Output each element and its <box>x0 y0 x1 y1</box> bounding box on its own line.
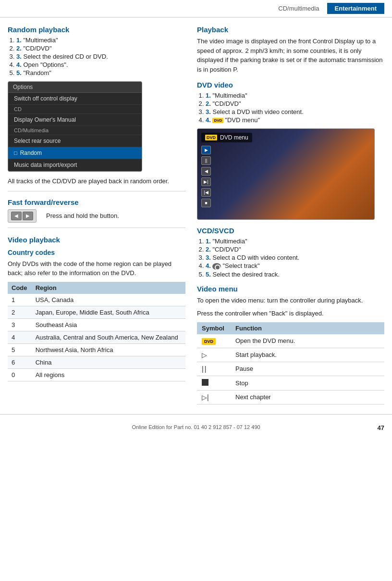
dvd-ctrl-prev: |◀ <box>201 188 211 197</box>
vcd-steps: 1. "Multimedia" 2. "CD/DVD" 3. Select a … <box>206 238 384 278</box>
fast-forward-title: Fast forward/reverse <box>8 198 185 206</box>
dvd-ctrl-play: ▶ <box>201 146 211 154</box>
footer-page: 47 <box>378 424 384 431</box>
video-playback-title: Video playback <box>8 236 185 244</box>
country-codes-body: Only DVDs with the code of the home regi… <box>8 259 185 278</box>
table-row: 5Northwest Asia, North Africa <box>8 343 185 356</box>
cell-code: 1 <box>8 294 32 306</box>
tab-cd[interactable]: CD/multimedia <box>270 3 327 14</box>
options-item-random: Random <box>8 147 142 159</box>
cell-code: 6 <box>8 356 32 368</box>
vcd-step-3: 3. Select a CD with video content. <box>206 254 384 261</box>
country-codes-table: Code Region 1USA, Canada2Japan, Europe, … <box>8 282 185 381</box>
ff-inline: ◀ ▶ Press and hold the button. <box>8 209 185 223</box>
divider-2 <box>8 227 185 228</box>
table-row: ||Pause <box>197 362 384 376</box>
cell-function: Stop <box>231 376 384 390</box>
left-column: Random playback 1. "Multimedia" 2. "CD/D… <box>8 25 185 404</box>
options-item-3: Display Owner's Manual <box>8 114 142 126</box>
dvd-step-4: 4. DVD"DVD menu" <box>206 116 384 124</box>
video-menu-title: Video menu <box>197 285 384 293</box>
footer: Online Edition for Part no. 01 40 2 912 … <box>0 414 392 435</box>
col-function: Function <box>231 322 384 334</box>
step-1: 1. "Multimedia" <box>16 37 185 44</box>
cell-code: 4 <box>8 331 32 343</box>
footer-text: Online Edition for Part no. 01 40 2 912 … <box>132 424 260 430</box>
playback-title: Playback <box>197 25 384 34</box>
cell-function: Start playback. <box>231 348 384 362</box>
stop-symbol <box>202 379 208 386</box>
cell-code: 2 <box>8 306 32 318</box>
cell-region: China <box>32 356 185 368</box>
table-row: 6China <box>8 356 185 368</box>
dvd-logo-icon: DVD <box>212 118 223 123</box>
dvd-video-steps: 1. "Multimedia" 2. "CD/DVD" 3. Select a … <box>206 92 384 124</box>
options-screenshot: Options Switch off control display CD Di… <box>8 81 142 172</box>
tab-entertainment[interactable]: Entertainment <box>327 3 384 14</box>
options-item-4: CD/Multimedia <box>8 126 142 135</box>
step-2: 2. "CD/DVD" <box>16 45 185 52</box>
right-column: Playback The video image is displayed on… <box>197 25 384 404</box>
divider-1 <box>8 191 185 191</box>
vcd-svcd-title: VCD/SVCD <box>197 227 384 235</box>
dvd-screenshot: DVD DVD menu ▶ || ◀ ▶| |◀ ■ <box>197 128 375 220</box>
country-codes-title: Country codes <box>8 249 185 256</box>
cell-code: 5 <box>8 343 32 356</box>
table-row: 1USA, Canada <box>8 294 185 306</box>
random-playback-title: Random playback <box>8 25 185 34</box>
forward-btn[interactable]: ▶ <box>23 212 33 220</box>
pause-symbol: || <box>202 365 207 373</box>
cell-function: Pause <box>231 362 384 376</box>
dvd-overlay: DVD DVD menu <box>201 133 252 142</box>
random-playback-steps: 1. "Multimedia" 2. "CD/DVD" 3. Select th… <box>16 37 185 76</box>
cell-symbol: || <box>197 362 231 376</box>
table-row: 2Japan, Europe, Middle East, South Afric… <box>8 306 185 318</box>
table-row: Stop <box>197 376 384 390</box>
vcd-step-4: 4. "Select track" <box>206 262 384 270</box>
select-track-icon <box>212 263 221 270</box>
options-item-1: Switch off control display <box>8 93 142 105</box>
table-row: 3Southeast Asia <box>8 318 185 331</box>
video-menu-body1: To open the video menu: turn the control… <box>197 296 384 305</box>
vcd-step-2: 2. "CD/DVD" <box>206 246 384 253</box>
vcd-step-1: 1. "Multimedia" <box>206 238 384 245</box>
cell-symbol: DVD <box>197 334 231 348</box>
cell-code: 3 <box>8 318 32 331</box>
cell-region: Japan, Europe, Middle East, South Africa <box>32 306 185 318</box>
ff-buttons: ◀ ▶ <box>8 209 37 223</box>
random-playback-body: All tracks of the CD/DVD are played back… <box>8 177 185 186</box>
col-code: Code <box>8 282 32 294</box>
play-symbol: ▷ <box>202 351 207 359</box>
options-item-5: Select rear source <box>8 135 142 147</box>
cell-symbol: ▷| <box>197 390 231 404</box>
ff-body: Press and hold the button. <box>46 211 119 221</box>
next-symbol: ▷| <box>202 393 209 401</box>
options-item-2: CD <box>8 105 142 114</box>
dvd-controls: ▶ || ◀ ▶| |◀ ■ <box>201 146 211 207</box>
dvd-menu-label: DVD menu <box>220 134 248 141</box>
symbol-header-row: Symbol Function <box>197 322 384 334</box>
dvd-step-1: 1. "Multimedia" <box>206 92 384 99</box>
options-title: Options <box>8 82 142 93</box>
table-row: 0All regions <box>8 368 185 381</box>
symbol-table: Symbol Function DVDOpen the DVD menu.▷St… <box>197 322 384 404</box>
options-item-7: Music data import/export <box>8 159 142 171</box>
step-4: 4. Open "Options". <box>16 61 185 68</box>
cell-code: 0 <box>8 368 32 381</box>
cell-function: Open the DVD menu. <box>231 334 384 348</box>
dvd-ctrl-rew: ◀ <box>201 167 211 176</box>
header: CD/multimedia Entertainment <box>0 0 392 18</box>
table-row: ▷|Next chapter <box>197 390 384 404</box>
cell-region: All regions <box>32 368 185 381</box>
dvd-step-3: 3. Select a DVD with video content. <box>206 108 384 115</box>
cell-region: Australia, Central and South America, Ne… <box>32 331 185 343</box>
cell-function: Next chapter <box>231 390 384 404</box>
main-content: Random playback 1. "Multimedia" 2. "CD/D… <box>0 18 392 404</box>
dvd-logo: DVD <box>205 135 217 140</box>
dvd-step-2: 2. "CD/DVD" <box>206 100 384 107</box>
dvd-ctrl-pause: || <box>201 156 211 165</box>
header-tabs: CD/multimedia Entertainment <box>270 3 384 14</box>
dvd-ctrl-stop: ■ <box>201 199 211 207</box>
rewind-btn[interactable]: ◀ <box>11 212 22 220</box>
table-row: DVDOpen the DVD menu. <box>197 334 384 348</box>
